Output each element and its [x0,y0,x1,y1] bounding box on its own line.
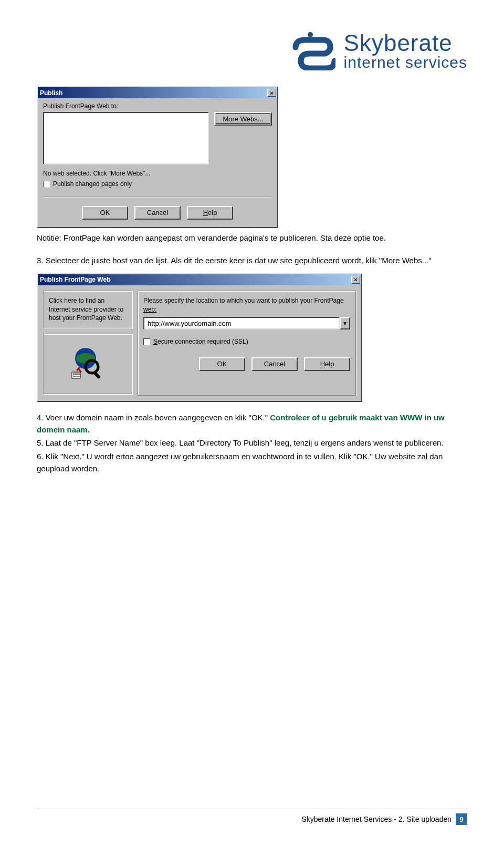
publish-dialog: Publish × Publish FrontPage Web to: More… [37,86,278,228]
step-5-text: 5. Laat de "FTP Server Name" box leeg. L… [37,437,467,449]
help-button[interactable]: Help [304,357,350,371]
status-text: No web selected. Click "More Webs"... [43,170,272,177]
checkbox-icon [143,338,150,345]
location-instruction: Please specify the location to which you… [143,296,350,314]
divider [37,809,467,809]
checkbox-label: Publish changed pages only [53,180,132,188]
provider-info-box: Click here to find an Internet service p… [43,291,132,328]
provider-icon-box[interactable] [43,334,132,394]
logo-icon [291,32,335,70]
steps-4-6: 4. Voer uw domein naam in zoals boven aa… [37,411,467,474]
close-icon[interactable]: × [267,89,276,97]
globe-search-icon [71,346,104,382]
help-button[interactable]: Help [187,206,233,220]
checkbox-icon [43,181,50,188]
dialog-title: Publish [40,89,62,97]
divider [43,197,272,198]
ok-button[interactable]: OK [199,357,245,371]
dropdown-button[interactable]: ▼ [340,317,350,329]
dialog-title: Publish FrontPage Web [40,276,110,283]
publish-frontpage-web-dialog: Publish FrontPage Web × Click here to fi… [37,273,362,402]
ssl-label: Secure connection required (SSL) [153,338,248,345]
footer-text: Skyberate Internet Services - 2. Site up… [301,815,452,823]
header: Skyberate internet services [37,32,467,70]
brand-logo: Skyberate internet services [291,32,467,70]
url-input[interactable]: http://www.yourdomain.com [143,317,340,329]
ssl-checkbox[interactable]: Secure connection required (SSL) [143,338,248,345]
ok-button[interactable]: OK [82,206,128,220]
footer: Skyberate Internet Services - 2. Site up… [37,809,467,825]
cancel-button[interactable]: Cancel [134,206,181,220]
publish-to-label: Publish FrontPage Web to: [43,102,272,110]
logo-subtitle: internet services [344,55,467,70]
step-4-text: 4. Voer uw domein naam in zoals boven aa… [37,411,467,436]
step-3-text: 3. Selecteer de juiste host van de lijst… [37,255,467,267]
publish-changed-only-checkbox[interactable]: Publish changed pages only [43,180,132,188]
titlebar: Publish FrontPage Web × [38,274,361,285]
svg-point-0 [308,32,313,37]
page-number: 9 [456,813,467,825]
cancel-button[interactable]: Cancel [251,357,298,371]
note-text: Notitie: FrontPage kan worden aangepast … [37,232,467,244]
step-6-text: 6. Klik "Next." U wordt ertoe aangezet u… [37,450,467,475]
logo-brand: Skyberate [344,32,467,55]
web-list[interactable] [43,112,209,164]
titlebar: Publish × [38,87,277,98]
more-webs-button[interactable]: More Webs... [214,112,272,126]
close-icon[interactable]: × [351,276,360,284]
